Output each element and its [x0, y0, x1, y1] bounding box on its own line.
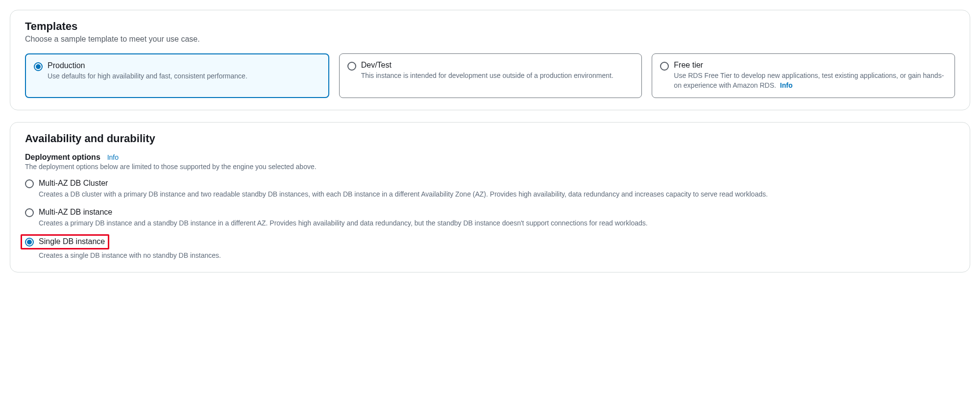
templates-subtitle: Choose a sample template to meet your us… [25, 35, 955, 44]
template-body: Dev/Test This instance is intended for d… [361, 61, 634, 80]
availability-title: Availability and durability [25, 132, 955, 145]
templates-grid: Production Use defaults for high availab… [25, 53, 955, 98]
template-option-devtest[interactable]: Dev/Test This instance is intended for d… [339, 53, 642, 98]
deployment-label: Deployment options [25, 153, 100, 161]
template-option-production[interactable]: Production Use defaults for high availab… [25, 53, 329, 98]
template-title: Production [48, 61, 320, 70]
templates-title: Templates [25, 20, 955, 33]
option-title: Multi-AZ DB Cluster [39, 178, 955, 189]
template-desc-text: Use RDS Free Tier to develop new applica… [674, 72, 944, 89]
deployment-hint: The deployment options below are limited… [25, 163, 955, 171]
template-option-freetier[interactable]: Free tier Use RDS Free Tier to develop n… [652, 53, 955, 98]
option-desc: Creates a primary DB instance and a stan… [39, 218, 955, 228]
radio-icon [347, 62, 356, 71]
radio-icon [25, 208, 34, 217]
template-desc: Use defaults for high availability and f… [48, 71, 320, 81]
option-desc: Creates a DB cluster with a primary DB i… [39, 189, 955, 199]
option-desc: Creates a single DB instance with no sta… [39, 250, 955, 260]
template-desc: Use RDS Free Tier to develop new applica… [674, 71, 947, 91]
deployment-header: Deployment options Info [25, 153, 955, 162]
radio-icon [34, 62, 43, 71]
template-title: Free tier [674, 61, 947, 70]
template-body: Free tier Use RDS Free Tier to develop n… [674, 61, 947, 91]
radio-icon [660, 62, 669, 71]
template-body: Production Use defaults for high availab… [48, 61, 320, 81]
deployment-option-multiaz-cluster[interactable]: Multi-AZ DB Cluster Creates a DB cluster… [25, 176, 955, 205]
info-link[interactable]: Info [107, 153, 119, 161]
option-body: Multi-AZ DB Cluster Creates a DB cluster… [39, 178, 955, 204]
template-title: Dev/Test [361, 61, 634, 70]
radio-icon [25, 238, 34, 247]
option-title: Single DB instance [39, 237, 105, 247]
deployment-option-multiaz-instance[interactable]: Multi-AZ DB instance Creates a primary D… [25, 205, 955, 234]
availability-panel: Availability and durability Deployment o… [10, 122, 970, 272]
radio-icon [25, 179, 34, 188]
deployment-option-single-instance[interactable]: Single DB instance Creates a single DB i… [25, 234, 955, 260]
template-desc: This instance is intended for developmen… [361, 71, 634, 80]
highlight-annotation: Single DB instance [21, 234, 109, 249]
option-body: Multi-AZ DB instance Creates a primary D… [39, 207, 955, 233]
templates-panel: Templates Choose a sample template to me… [10, 10, 970, 110]
info-link[interactable]: Info [780, 81, 793, 89]
option-title: Multi-AZ DB instance [39, 207, 955, 218]
